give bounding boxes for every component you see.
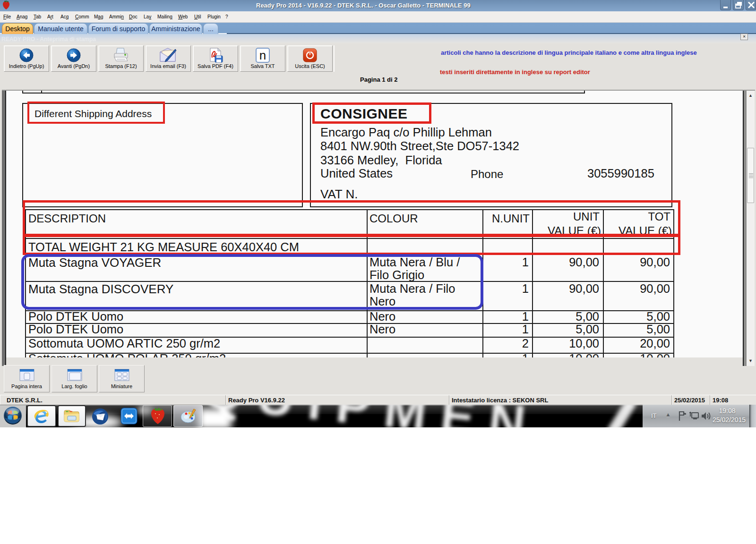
svg-text:n: n xyxy=(259,48,266,62)
